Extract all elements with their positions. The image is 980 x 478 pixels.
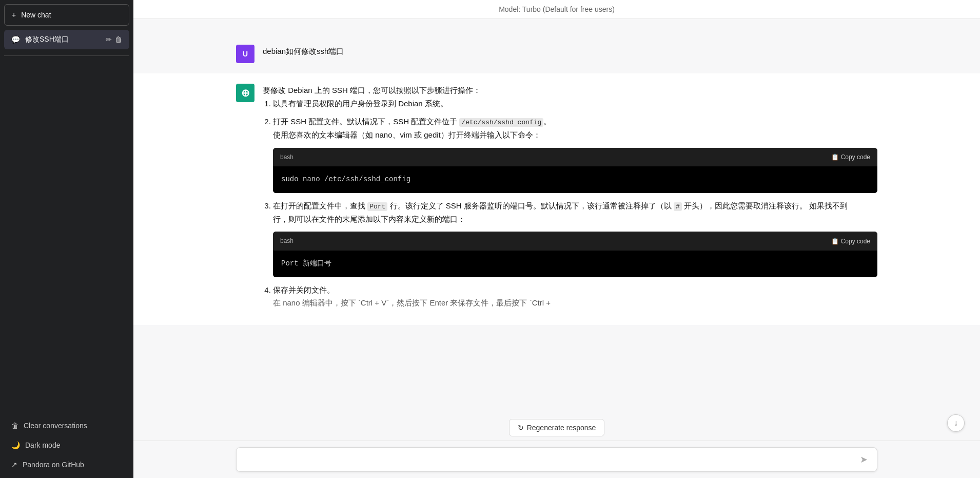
code-body-1: sudo nano /etc/ssh/sshd_config xyxy=(273,166,877,193)
chat-item-label: 修改SSH端口 xyxy=(25,35,101,44)
clear-label: Clear conversations xyxy=(24,422,87,430)
assistant-message-content: 要修改 Debian 上的 SSH 端口，您可以按照以下步骤进行操作：以具有管理… xyxy=(263,84,877,315)
code-header-2: bash 📋 Copy code xyxy=(273,232,877,250)
step-1: 以具有管理员权限的用户身份登录到 Debian 系统。 xyxy=(273,97,877,110)
dark-icon: 🌙 xyxy=(11,441,20,449)
regen-label: Regenerate response xyxy=(527,424,596,432)
sidebar-action-clear[interactable]: 🗑Clear conversations xyxy=(4,416,129,435)
new-chat-button[interactable]: + New chat xyxy=(4,4,129,26)
chat-list: 💬 修改SSH端口 ✏ 🗑 xyxy=(4,30,129,50)
step-4: 保存并关闭文件。在 nano 编辑器中，按下 `Ctrl + V`，然后按下 E… xyxy=(273,283,877,310)
sidebar-bottom: 🗑Clear conversations🌙Dark mode↗Pandora o… xyxy=(4,416,129,474)
chat-area[interactable]: Udebian如何修改ssh端口⊕要修改 Debian 上的 SSH 端口，您可… xyxy=(133,19,980,415)
sidebar-action-github[interactable]: ↗Pandora on GitHub xyxy=(4,455,129,474)
code-block-2: bash 📋 Copy code Port 新端口号 xyxy=(273,232,877,277)
code-body-2: Port 新端口号 xyxy=(273,251,877,277)
model-bar: Model: Turbo (Default for free users) xyxy=(133,0,980,19)
code-lang-1: bash xyxy=(280,152,293,162)
message-row-assistant: ⊕要修改 Debian 上的 SSH 端口，您可以按照以下步骤进行操作：以具有管… xyxy=(133,73,980,325)
edit-icon[interactable]: ✏ xyxy=(106,35,112,44)
clear-icon: 🗑 xyxy=(11,422,18,430)
model-label: Model: Turbo (Default for free users) xyxy=(499,5,615,13)
input-box: ➤ xyxy=(236,447,877,472)
scroll-bottom-button[interactable]: ↓ xyxy=(947,414,965,432)
message-row-user: Udebian如何修改ssh端口 xyxy=(133,34,980,73)
inline-code-hash: # xyxy=(674,202,682,211)
chat-item[interactable]: 💬 修改SSH端口 ✏ 🗑 xyxy=(4,30,129,49)
plus-icon: + xyxy=(12,11,16,19)
user-message-text: debian如何修改ssh端口 xyxy=(263,45,877,58)
assistant-intro: 要修改 Debian 上的 SSH 端口，您可以按照以下步骤进行操作： xyxy=(263,84,877,97)
send-icon: ➤ xyxy=(860,454,868,465)
step-3: 在打开的配置文件中，查找 Port 行。该行定义了 SSH 服务器监听的端口号。… xyxy=(273,199,877,277)
copy-button-1[interactable]: 📋 Copy code xyxy=(831,154,870,161)
send-button[interactable]: ➤ xyxy=(858,453,870,466)
code-lang-2: bash xyxy=(280,236,293,246)
chat-input[interactable] xyxy=(244,453,858,466)
code-header-1: bash 📋 Copy code xyxy=(273,148,877,166)
truncated-text: 在 nano 编辑器中，按下 `Ctrl + V`，然后按下 Enter 来保存… xyxy=(273,298,551,307)
sidebar-divider xyxy=(4,55,129,56)
inline-code: /etc/ssh/sshd_config xyxy=(459,118,543,127)
chat-item-actions: ✏ 🗑 xyxy=(106,35,122,44)
inline-code-port: Port xyxy=(367,202,387,211)
user-avatar: U xyxy=(236,45,254,63)
regenerate-button[interactable]: ↻ Regenerate response xyxy=(509,419,605,436)
new-chat-label: New chat xyxy=(21,11,51,19)
sidebar: + New chat 💬 修改SSH端口 ✏ 🗑 🗑Clear conversa… xyxy=(0,0,133,478)
sidebar-action-dark[interactable]: 🌙Dark mode xyxy=(4,436,129,454)
delete-icon[interactable]: 🗑 xyxy=(115,35,122,44)
dark-label: Dark mode xyxy=(25,441,60,449)
chat-icon: 💬 xyxy=(11,35,20,44)
input-area: ➤ xyxy=(133,441,980,478)
main-panel: Model: Turbo (Default for free users) Ud… xyxy=(133,0,980,478)
code-block-1: bash 📋 Copy code sudo nano /etc/ssh/sshd… xyxy=(273,148,877,193)
github-icon: ↗ xyxy=(11,461,17,469)
copy-button-2[interactable]: 📋 Copy code xyxy=(831,238,870,245)
steps-list: 以具有管理员权限的用户身份登录到 Debian 系统。 打开 SSH 配置文件。… xyxy=(263,97,877,310)
regen-bar: ↻ Regenerate response xyxy=(133,415,980,441)
step-2: 打开 SSH 配置文件。默认情况下，SSH 配置文件位于 /etc/ssh/ss… xyxy=(273,115,877,193)
assistant-avatar: ⊕ xyxy=(236,84,254,102)
regen-icon: ↻ xyxy=(518,424,524,432)
chevron-down-icon: ↓ xyxy=(954,418,958,428)
github-label: Pandora on GitHub xyxy=(23,461,84,469)
